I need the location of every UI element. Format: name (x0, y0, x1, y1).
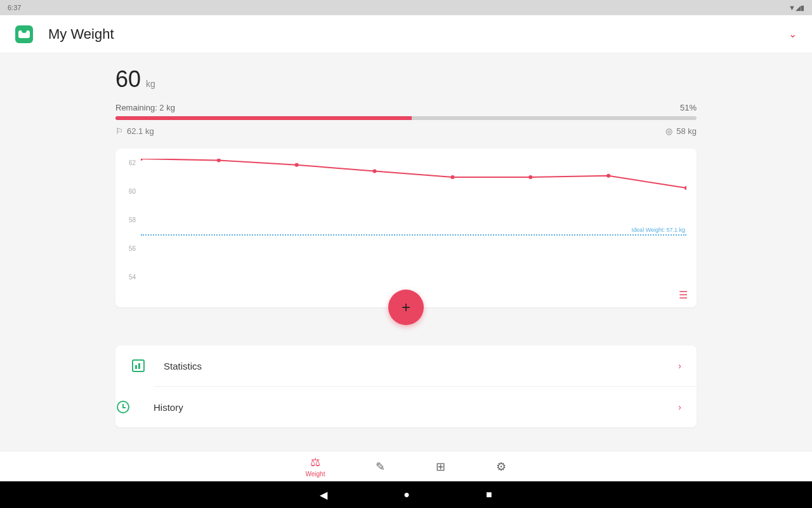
svg-point-7 (684, 186, 686, 190)
history-icon (115, 399, 131, 415)
expand-menu-button[interactable]: ⌄ (789, 28, 797, 40)
gear-icon: ⚙ (496, 460, 506, 474)
status-time: 6:37 (8, 4, 21, 11)
system-navigation: ◀ ● ■ (0, 481, 812, 508)
start-weight: ⚐ 62.1 kg (115, 126, 154, 136)
app-header: My Weight ⌄ (0, 15, 812, 53)
remaining-label: Remaining: 2 kg (115, 103, 175, 112)
progress-flags: ⚐ 62.1 kg ◎ 58 kg (115, 126, 697, 136)
svg-point-3 (373, 169, 377, 173)
target-weight: ◎ 58 kg (665, 126, 697, 136)
main-content: 60 kg Remaining: 2 kg 51% ⚐ 62.1 kg ◎ 58… (0, 53, 812, 451)
svg-point-2 (295, 163, 299, 167)
statistics-icon (131, 358, 146, 373)
svg-point-1 (217, 159, 221, 162)
weight-chart-card: 62 60 58 56 54 Ideal Weight: 57.1 kg ☰ + (115, 149, 697, 307)
weight-line-chart (141, 159, 686, 282)
sliders-icon: ☰ (679, 290, 688, 300)
add-weight-fab[interactable]: + (388, 290, 424, 325)
scale-icon: ⚖ (310, 455, 320, 469)
chart-y-axis: 62 60 58 56 54 (121, 159, 136, 282)
chart-plot-area (141, 159, 686, 282)
back-button[interactable]: ◀ (320, 489, 327, 501)
nav-settings[interactable]: ⚙ (496, 460, 506, 474)
grid-icon: ⊞ (436, 460, 445, 474)
recents-button[interactable]: ■ (486, 489, 492, 500)
progress-bar (115, 116, 697, 120)
pencil-icon: ✎ (376, 460, 385, 474)
chevron-right-icon: › (678, 361, 681, 371)
home-button[interactable]: ● (403, 489, 410, 500)
weight-unit: kg (146, 79, 155, 89)
nav-grid[interactable]: ⊞ (436, 460, 445, 474)
status-bar: 6:37 ▼◢▮ (0, 0, 812, 15)
svg-point-6 (606, 174, 610, 178)
svg-point-4 (450, 175, 454, 179)
nav-edit[interactable]: ✎ (376, 460, 385, 474)
percent-label: 51% (680, 103, 697, 112)
chevron-right-icon: › (678, 402, 681, 412)
ideal-weight-label: Ideal Weight: 57.1 kg (632, 227, 685, 233)
current-weight: 60 kg (115, 66, 697, 93)
progress-labels: Remaining: 2 kg 51% (115, 103, 697, 112)
svg-point-5 (528, 175, 532, 179)
weight-number: 60 (115, 66, 141, 93)
statistics-row[interactable]: Statistics › (115, 345, 697, 386)
chart-settings-button[interactable]: ☰ (679, 289, 688, 301)
status-icons: ▼◢▮ (789, 4, 804, 12)
links-card: Statistics › History › (115, 345, 697, 427)
nav-weight[interactable]: ⚖ Weight (306, 455, 325, 478)
bottom-navigation: ⚖ Weight ✎ ⊞ ⚙ (0, 451, 812, 481)
plus-icon: + (402, 298, 410, 316)
svg-point-0 (141, 159, 143, 161)
ideal-weight-line (141, 234, 686, 236)
history-row[interactable]: History › (154, 386, 697, 427)
progress-fill (115, 116, 412, 120)
app-logo-icon (15, 25, 33, 43)
page-title: My Weight (48, 26, 114, 43)
